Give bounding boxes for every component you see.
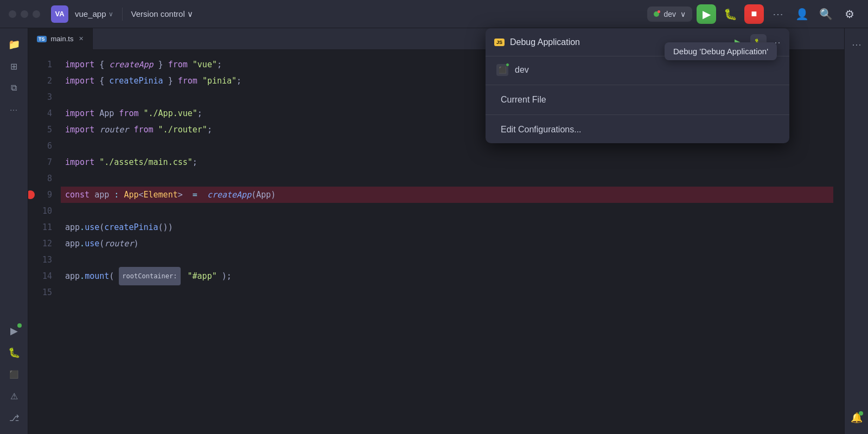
sidebar-icon-terminal[interactable]: ⬛ [4, 365, 24, 384]
line-num-3: 3 [28, 89, 52, 105]
sidebar-icon-warning[interactable]: ⚠ [4, 386, 24, 406]
line-num-10: 10 [28, 203, 52, 219]
code-line-8 [65, 170, 838, 187]
vc-chevron-icon: ∨ [187, 9, 193, 19]
divider [122, 8, 123, 21]
sidebar-icon-folder[interactable]: 📁 [4, 35, 24, 54]
run-config-chevron-icon: ∨ [680, 10, 686, 18]
code-line-13 [65, 252, 838, 268]
sidebar-icon-git[interactable]: ⎇ [4, 408, 24, 427]
right-sidebar: ⋯ 🔔 [844, 28, 868, 434]
tab-main-ts[interactable]: TS main.ts ✕ [28, 28, 93, 50]
code-line-14: app.mount( rootContainer: "#app" ); [65, 268, 838, 284]
debug-tooltip: Debug 'Debug Application' [665, 42, 777, 60]
dev-item-label: dev [515, 65, 529, 75]
sidebar-icon-more[interactable]: ··· [4, 100, 24, 119]
line-num-6: 6 [28, 138, 52, 154]
line-num-1: 1 [28, 56, 52, 73]
line-num-7: 7 [28, 154, 52, 170]
project-name-button[interactable]: vue_app ∨ [75, 9, 113, 18]
current-file-item[interactable]: Current File [486, 86, 789, 113]
titlebar-right: dev ∨ ▶ 🐛 ■ ⋯ 👤 🔍 ⚙ [647, 4, 859, 24]
line-num-4: 4 [28, 105, 52, 122]
right-more-icon[interactable]: ⋯ [847, 35, 866, 54]
account-icon[interactable]: 👤 [792, 4, 812, 24]
line-num-12: 12 [28, 235, 52, 252]
code-line-10 [65, 203, 838, 219]
more-button[interactable]: ⋯ [768, 4, 788, 24]
maximize-button[interactable] [33, 10, 40, 18]
project-badge: VA [51, 5, 68, 23]
stop-button[interactable]: ■ [744, 4, 764, 24]
code-line-12: app.use(router) [65, 235, 838, 252]
close-button[interactable] [9, 10, 16, 18]
scrollbar[interactable] [838, 50, 844, 434]
project-chevron-icon: ∨ [108, 10, 113, 18]
js-badge: JS [494, 39, 505, 46]
right-bell-icon[interactable]: 🔔 [847, 408, 866, 427]
sidebar-icon-bug[interactable]: 🐛 [4, 343, 24, 362]
notification-badge [859, 411, 863, 416]
tab-close-icon[interactable]: ✕ [79, 35, 84, 42]
search-icon[interactable]: 🔍 [816, 4, 835, 24]
dev-status-dot [506, 63, 509, 67]
edit-configurations-item[interactable]: Edit Configurations... [486, 116, 789, 143]
dev-config-item[interactable]: ⬛ dev [486, 56, 789, 84]
line-num-8: 8 [28, 170, 52, 187]
dev-run-indicator: ⬛ [496, 64, 508, 76]
line-num-13: 13 [28, 252, 52, 268]
run-badge [17, 323, 22, 328]
dropdown-title: Debug Application [510, 37, 580, 47]
titlebar: VA vue_app ∨ Version control ∨ dev ∨ ▶ 🐛… [0, 0, 868, 28]
code-line-11: app.use(createPinia()) [65, 219, 838, 235]
code-line-9: const app : App<Element> = createApp(App… [61, 187, 833, 203]
sidebar-icon-components[interactable]: ⊞ [4, 56, 24, 76]
traffic-lights [9, 10, 40, 18]
line-num-15: 15 [28, 284, 52, 301]
run-config-button[interactable]: dev ∨ [647, 7, 692, 22]
ts-badge: TS [37, 36, 47, 42]
run-status-icon [654, 11, 659, 17]
minimize-button[interactable] [21, 10, 28, 18]
left-sidebar: 📁 ⊞ ⧉ ··· ▶ 🐛 ⬛ ⚠ ⎇ [0, 28, 28, 434]
menu-separator-1 [486, 85, 789, 85]
line-num-5: 5 [28, 122, 52, 138]
sidebar-icon-layers[interactable]: ⧉ [4, 78, 24, 98]
line-num-14: 14 [28, 268, 52, 284]
run-button[interactable]: ▶ [697, 4, 716, 24]
bug-icon[interactable]: 🐛 [720, 4, 740, 24]
menu-separator-2 [486, 114, 789, 115]
sidebar-icon-run[interactable]: ▶ [4, 321, 24, 341]
line-num-11: 11 [28, 219, 52, 235]
line-num-2: 2 [28, 73, 52, 89]
settings-icon[interactable]: ⚙ [840, 4, 859, 24]
breakpoint-dot [28, 190, 35, 199]
line-numbers: 1 2 3 4 5 6 7 8 9 10 11 12 13 14 15 [28, 50, 61, 434]
code-line-15 [65, 284, 838, 301]
tab-filename: main.ts [51, 35, 74, 43]
line-num-9-breakpoint[interactable]: 9 [28, 187, 52, 203]
version-control-button[interactable]: Version control ∨ [131, 9, 193, 19]
code-line-7: import "./assets/main.css"; [65, 154, 838, 170]
